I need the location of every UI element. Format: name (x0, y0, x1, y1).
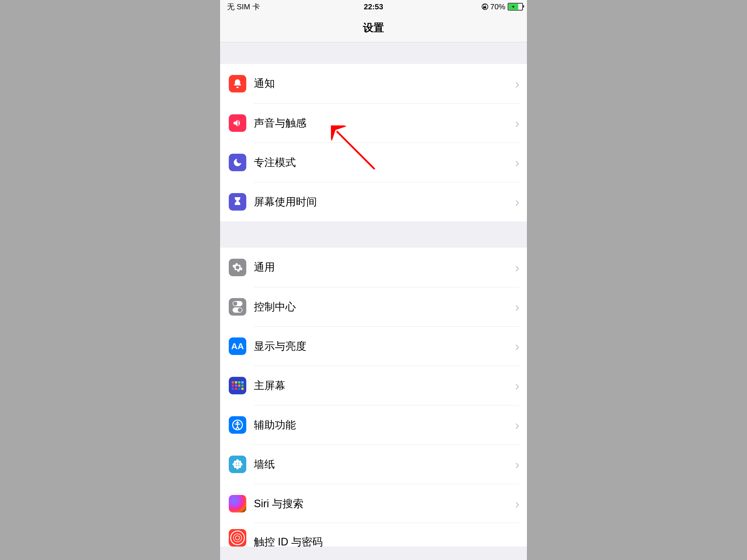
toggles-icon (229, 298, 246, 316)
row-label: 专注模式 (254, 156, 515, 170)
row-label: 通用 (254, 260, 515, 274)
chevron-right-icon: › (515, 496, 519, 512)
svg-point-10 (238, 465, 241, 468)
navbar: 设置 (220, 14, 527, 42)
status-right: 70% ✦ (482, 2, 523, 11)
orientation-lock-icon (482, 3, 488, 10)
chevron-right-icon: › (515, 299, 519, 315)
gear-icon (229, 259, 246, 276)
row-label: 触控 ID 与密码 (254, 535, 515, 549)
aa-icon: AA (229, 338, 246, 355)
homegrid-icon (229, 377, 246, 394)
chevron-right-icon: › (515, 417, 519, 433)
svg-point-9 (234, 465, 237, 468)
row-label: 控制中心 (254, 300, 515, 314)
svg-point-5 (233, 463, 236, 466)
row-sounds[interactable]: 声音与触感 › (220, 103, 527, 143)
svg-point-2 (236, 463, 239, 466)
row-label: 屏幕使用时间 (254, 195, 515, 209)
battery-percent: 70% (490, 2, 506, 11)
chevron-right-icon: › (515, 456, 519, 472)
flower-icon (229, 456, 246, 473)
svg-point-7 (234, 460, 237, 463)
row-label: 显示与亮度 (254, 339, 515, 353)
row-accessibility[interactable]: 辅助功能 › (220, 405, 527, 445)
section-gap (220, 221, 527, 248)
svg-point-6 (239, 463, 243, 466)
chevron-right-icon: › (515, 378, 519, 394)
svg-point-8 (238, 460, 241, 463)
moon-icon (229, 154, 246, 171)
chevron-right-icon: › (515, 76, 519, 91)
settings-group-1: 通知 › 声音与触感 › 专注模式 › (220, 64, 527, 221)
row-focus[interactable]: 专注模式 › (220, 143, 527, 182)
battery-icon: ✦ (508, 3, 523, 10)
row-label: 通知 (254, 76, 515, 91)
status-bar: 无 SIM 卡 22:53 70% ✦ (220, 0, 527, 14)
row-siri[interactable]: Siri 与搜索 › (220, 484, 527, 523)
fingerprint-icon (229, 529, 246, 546)
row-general[interactable]: 通用 › (220, 248, 527, 287)
row-label: Siri 与搜索 (254, 497, 515, 511)
carrier-label: 无 SIM 卡 (227, 2, 260, 12)
row-notifications[interactable]: 通知 › (220, 64, 527, 103)
chevron-right-icon: › (515, 115, 519, 131)
svg-point-1 (237, 422, 238, 423)
settings-group-2: 通用 › 控制中心 › AA 显示与亮度 › (220, 248, 527, 546)
siri-icon (229, 495, 246, 512)
row-screentime[interactable]: 屏幕使用时间 › (220, 182, 527, 221)
bell-icon (229, 75, 246, 92)
clock: 22:53 (364, 2, 383, 11)
row-label: 主屏幕 (254, 379, 515, 393)
row-touchid[interactable]: 触控 ID 与密码 › (220, 523, 527, 546)
chevron-right-icon: › (515, 260, 519, 275)
row-label: 声音与触感 (254, 116, 515, 130)
chevron-right-icon: › (515, 155, 519, 170)
section-gap (220, 42, 527, 64)
svg-point-3 (236, 459, 239, 463)
row-display[interactable]: AA 显示与亮度 › (220, 326, 527, 366)
accessibility-icon (229, 416, 246, 434)
chevron-right-icon: › (515, 338, 519, 354)
hourglass-icon (229, 193, 246, 211)
page-title: 设置 (363, 21, 384, 35)
speaker-icon (229, 114, 246, 132)
phone-frame: 无 SIM 卡 22:53 70% ✦ 设置 通知 › 声音与 (220, 0, 527, 560)
row-wallpaper[interactable]: 墙纸 › (220, 445, 527, 484)
row-label: 墙纸 (254, 457, 515, 472)
row-control-center[interactable]: 控制中心 › (220, 287, 527, 326)
row-label: 辅助功能 (254, 418, 515, 432)
svg-point-4 (236, 465, 239, 469)
chevron-right-icon: › (515, 194, 519, 210)
row-homescreen[interactable]: 主屏幕 › (220, 366, 527, 405)
